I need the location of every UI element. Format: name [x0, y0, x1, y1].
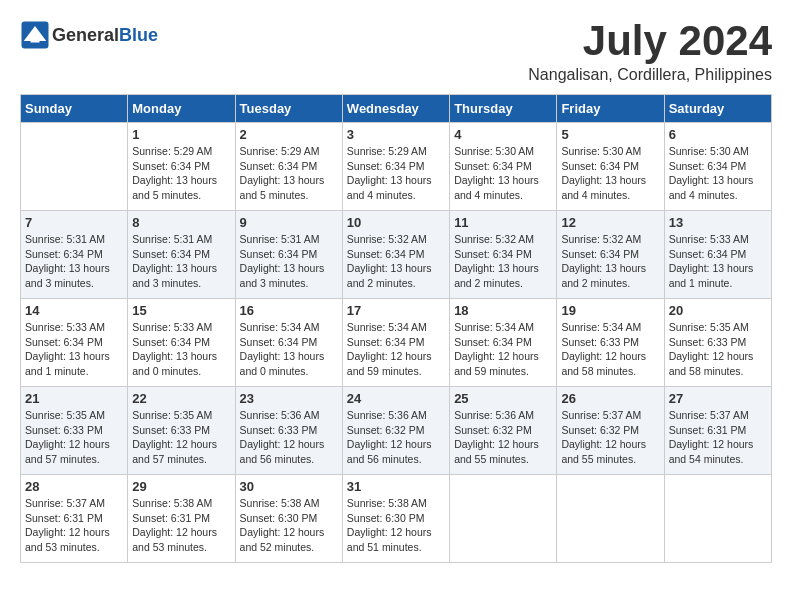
calendar-cell: 7Sunrise: 5:31 AMSunset: 6:34 PMDaylight…: [21, 211, 128, 299]
calendar-cell: [664, 475, 771, 563]
calendar-cell: 21Sunrise: 5:35 AMSunset: 6:33 PMDayligh…: [21, 387, 128, 475]
calendar-cell: 3Sunrise: 5:29 AMSunset: 6:34 PMDaylight…: [342, 123, 449, 211]
day-info: Sunrise: 5:34 AMSunset: 6:34 PMDaylight:…: [454, 320, 552, 379]
sunrise-text: Sunrise: 5:34 AM: [454, 321, 534, 333]
daylight-text: Daylight: 13 hours and 2 minutes.: [454, 262, 539, 289]
sunset-text: Sunset: 6:34 PM: [132, 248, 210, 260]
sunrise-text: Sunrise: 5:34 AM: [347, 321, 427, 333]
sunrise-text: Sunrise: 5:29 AM: [240, 145, 320, 157]
day-number: 1: [132, 127, 230, 142]
sunrise-text: Sunrise: 5:36 AM: [347, 409, 427, 421]
day-number: 20: [669, 303, 767, 318]
day-info: Sunrise: 5:33 AMSunset: 6:34 PMDaylight:…: [669, 232, 767, 291]
calendar-cell: 28Sunrise: 5:37 AMSunset: 6:31 PMDayligh…: [21, 475, 128, 563]
day-number: 10: [347, 215, 445, 230]
sunset-text: Sunset: 6:34 PM: [347, 248, 425, 260]
sunset-text: Sunset: 6:33 PM: [669, 336, 747, 348]
sunset-text: Sunset: 6:34 PM: [240, 336, 318, 348]
sunset-text: Sunset: 6:33 PM: [25, 424, 103, 436]
daylight-text: Daylight: 13 hours and 5 minutes.: [240, 174, 325, 201]
sunset-text: Sunset: 6:34 PM: [454, 336, 532, 348]
day-info: Sunrise: 5:36 AMSunset: 6:32 PMDaylight:…: [347, 408, 445, 467]
day-number: 30: [240, 479, 338, 494]
logo-icon: [20, 20, 50, 50]
calendar-week-row: 14Sunrise: 5:33 AMSunset: 6:34 PMDayligh…: [21, 299, 772, 387]
day-info: Sunrise: 5:34 AMSunset: 6:34 PMDaylight:…: [347, 320, 445, 379]
weekday-header: Sunday: [21, 95, 128, 123]
sunset-text: Sunset: 6:34 PM: [454, 248, 532, 260]
daylight-text: Daylight: 12 hours and 58 minutes.: [561, 350, 646, 377]
calendar-cell: 19Sunrise: 5:34 AMSunset: 6:33 PMDayligh…: [557, 299, 664, 387]
sunrise-text: Sunrise: 5:37 AM: [561, 409, 641, 421]
page-header: GeneralBlue July 2024 Nangalisan, Cordil…: [20, 20, 772, 84]
daylight-text: Daylight: 13 hours and 2 minutes.: [347, 262, 432, 289]
day-number: 31: [347, 479, 445, 494]
calendar-cell: 4Sunrise: 5:30 AMSunset: 6:34 PMDaylight…: [450, 123, 557, 211]
sunset-text: Sunset: 6:34 PM: [240, 160, 318, 172]
day-info: Sunrise: 5:33 AMSunset: 6:34 PMDaylight:…: [25, 320, 123, 379]
calendar-cell: 30Sunrise: 5:38 AMSunset: 6:30 PMDayligh…: [235, 475, 342, 563]
sunset-text: Sunset: 6:31 PM: [25, 512, 103, 524]
calendar-cell: 25Sunrise: 5:36 AMSunset: 6:32 PMDayligh…: [450, 387, 557, 475]
calendar-cell: 9Sunrise: 5:31 AMSunset: 6:34 PMDaylight…: [235, 211, 342, 299]
calendar-cell: 24Sunrise: 5:36 AMSunset: 6:32 PMDayligh…: [342, 387, 449, 475]
daylight-text: Daylight: 13 hours and 5 minutes.: [132, 174, 217, 201]
day-number: 16: [240, 303, 338, 318]
day-info: Sunrise: 5:37 AMSunset: 6:32 PMDaylight:…: [561, 408, 659, 467]
day-info: Sunrise: 5:31 AMSunset: 6:34 PMDaylight:…: [132, 232, 230, 291]
calendar-cell: 2Sunrise: 5:29 AMSunset: 6:34 PMDaylight…: [235, 123, 342, 211]
sunset-text: Sunset: 6:34 PM: [454, 160, 532, 172]
day-number: 22: [132, 391, 230, 406]
day-number: 23: [240, 391, 338, 406]
sunrise-text: Sunrise: 5:30 AM: [561, 145, 641, 157]
day-number: 29: [132, 479, 230, 494]
weekday-header: Tuesday: [235, 95, 342, 123]
sunrise-text: Sunrise: 5:29 AM: [347, 145, 427, 157]
day-info: Sunrise: 5:35 AMSunset: 6:33 PMDaylight:…: [25, 408, 123, 467]
sunrise-text: Sunrise: 5:31 AM: [25, 233, 105, 245]
day-info: Sunrise: 5:29 AMSunset: 6:34 PMDaylight:…: [132, 144, 230, 203]
sunrise-text: Sunrise: 5:36 AM: [240, 409, 320, 421]
day-info: Sunrise: 5:31 AMSunset: 6:34 PMDaylight:…: [240, 232, 338, 291]
calendar-cell: 5Sunrise: 5:30 AMSunset: 6:34 PMDaylight…: [557, 123, 664, 211]
sunset-text: Sunset: 6:31 PM: [132, 512, 210, 524]
sunset-text: Sunset: 6:30 PM: [347, 512, 425, 524]
sunrise-text: Sunrise: 5:38 AM: [347, 497, 427, 509]
location-subtitle: Nangalisan, Cordillera, Philippines: [528, 66, 772, 84]
day-number: 18: [454, 303, 552, 318]
sunrise-text: Sunrise: 5:29 AM: [132, 145, 212, 157]
calendar-cell: 23Sunrise: 5:36 AMSunset: 6:33 PMDayligh…: [235, 387, 342, 475]
sunset-text: Sunset: 6:34 PM: [240, 248, 318, 260]
calendar-cell: 15Sunrise: 5:33 AMSunset: 6:34 PMDayligh…: [128, 299, 235, 387]
day-number: 21: [25, 391, 123, 406]
sunset-text: Sunset: 6:34 PM: [25, 248, 103, 260]
sunrise-text: Sunrise: 5:35 AM: [669, 321, 749, 333]
sunrise-text: Sunrise: 5:34 AM: [561, 321, 641, 333]
sunrise-text: Sunrise: 5:37 AM: [669, 409, 749, 421]
sunrise-text: Sunrise: 5:36 AM: [454, 409, 534, 421]
day-info: Sunrise: 5:36 AMSunset: 6:32 PMDaylight:…: [454, 408, 552, 467]
day-info: Sunrise: 5:29 AMSunset: 6:34 PMDaylight:…: [240, 144, 338, 203]
daylight-text: Daylight: 13 hours and 3 minutes.: [240, 262, 325, 289]
sunset-text: Sunset: 6:33 PM: [132, 424, 210, 436]
day-info: Sunrise: 5:34 AMSunset: 6:33 PMDaylight:…: [561, 320, 659, 379]
day-number: 6: [669, 127, 767, 142]
day-number: 27: [669, 391, 767, 406]
daylight-text: Daylight: 13 hours and 4 minutes.: [347, 174, 432, 201]
sunset-text: Sunset: 6:34 PM: [669, 248, 747, 260]
day-number: 11: [454, 215, 552, 230]
sunrise-text: Sunrise: 5:32 AM: [454, 233, 534, 245]
sunset-text: Sunset: 6:33 PM: [240, 424, 318, 436]
day-info: Sunrise: 5:38 AMSunset: 6:30 PMDaylight:…: [240, 496, 338, 555]
daylight-text: Daylight: 13 hours and 4 minutes.: [561, 174, 646, 201]
calendar-week-row: 1Sunrise: 5:29 AMSunset: 6:34 PMDaylight…: [21, 123, 772, 211]
day-number: 15: [132, 303, 230, 318]
calendar-cell: 16Sunrise: 5:34 AMSunset: 6:34 PMDayligh…: [235, 299, 342, 387]
day-number: 17: [347, 303, 445, 318]
day-number: 13: [669, 215, 767, 230]
calendar-cell: 6Sunrise: 5:30 AMSunset: 6:34 PMDaylight…: [664, 123, 771, 211]
day-number: 12: [561, 215, 659, 230]
svg-rect-2: [31, 35, 40, 43]
sunrise-text: Sunrise: 5:30 AM: [454, 145, 534, 157]
day-number: 7: [25, 215, 123, 230]
